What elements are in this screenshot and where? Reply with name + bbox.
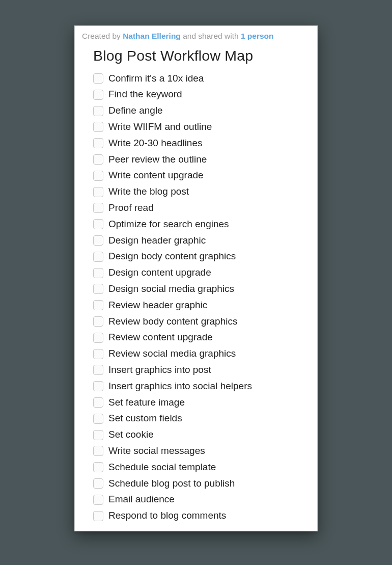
checkbox[interactable]	[93, 333, 103, 343]
checklist-item: Design social media graphics	[93, 281, 307, 298]
checklist-item: Schedule social template	[93, 459, 307, 475]
checklist-item: Define angle	[93, 103, 307, 119]
checklist-item: Write content upgrade	[93, 168, 307, 184]
checklist-item-label[interactable]: Peer review the outline	[108, 154, 207, 166]
checklist-item-label[interactable]: Proof read	[108, 202, 154, 214]
checklist-item-label[interactable]: Optimize for search engines	[108, 219, 229, 230]
checklist-item-label[interactable]: Design body content graphics	[108, 251, 236, 262]
checklist-item: Review social media graphics	[93, 346, 307, 362]
checklist-item-label[interactable]: Email audience	[108, 494, 175, 505]
checkbox[interactable]	[93, 397, 103, 408]
checklist-item-label[interactable]: Review header graphic	[108, 300, 207, 311]
sharing-meta: Created by Nathan Ellering and shared wi…	[75, 26, 317, 44]
checklist-item: Confirm it's a 10x idea	[93, 70, 307, 87]
checklist-item: Set custom fields	[93, 411, 307, 427]
checkbox[interactable]	[93, 365, 103, 375]
checklist-item: Insert graphics into post	[93, 362, 307, 378]
checklist-item-label[interactable]: Respond to blog comments	[108, 510, 226, 522]
note-title[interactable]: Blog Post Workflow Map	[75, 44, 317, 69]
checklist-item: Respond to blog comments	[93, 508, 307, 524]
checklist-item: Set cookie	[93, 427, 307, 443]
checkbox[interactable]	[93, 171, 103, 181]
checklist-item-label[interactable]: Schedule social template	[108, 462, 216, 473]
checklist-item-label[interactable]: Define angle	[108, 105, 163, 117]
checklist-item: Peer review the outline	[93, 151, 307, 168]
checklist-item-label[interactable]: Find the keyword	[108, 89, 182, 100]
checkbox[interactable]	[93, 90, 103, 100]
meta-middle: and shared with	[181, 32, 241, 40]
checkbox[interactable]	[93, 252, 103, 262]
checklist-item: Review content upgrade	[93, 330, 307, 346]
checkbox[interactable]	[93, 106, 103, 116]
checklist-item: Insert graphics into social helpers	[93, 378, 307, 394]
checkbox[interactable]	[93, 187, 103, 197]
checkbox[interactable]	[93, 300, 103, 310]
checklist-item: Write WIIFM and outline	[93, 119, 307, 136]
checkbox[interactable]	[93, 511, 103, 521]
checkbox[interactable]	[93, 154, 103, 165]
checklist-item-label[interactable]: Set custom fields	[108, 413, 182, 424]
checkbox[interactable]	[93, 219, 103, 229]
checklist-item: Write the blog post	[93, 184, 307, 200]
checklist-item-label[interactable]: Design social media graphics	[108, 283, 234, 295]
checkbox[interactable]	[93, 414, 103, 424]
checklist-item: Design body content graphics	[93, 249, 307, 265]
note-card: Created by Nathan Ellering and shared wi…	[74, 25, 318, 531]
checklist-item: Schedule blog post to publish	[93, 475, 307, 492]
checklist-item: Email audience	[93, 492, 307, 508]
checklist-item-label[interactable]: Review body content graphics	[108, 316, 237, 328]
checklist-item: Set feature image	[93, 394, 307, 411]
checkbox[interactable]	[93, 235, 103, 246]
checklist-item-label[interactable]: Schedule blog post to publish	[108, 478, 235, 490]
checkbox[interactable]	[93, 430, 103, 440]
checklist-item-label[interactable]: Set feature image	[108, 397, 185, 409]
checklist-item-label[interactable]: Write 20-30 headlines	[108, 138, 202, 149]
checkbox[interactable]	[93, 446, 103, 456]
checkbox[interactable]	[93, 73, 103, 84]
checkbox[interactable]	[93, 268, 103, 278]
checklist-item-label[interactable]: Design header graphic	[108, 235, 206, 247]
checklist-item: Find the keyword	[93, 87, 307, 103]
checkbox[interactable]	[93, 462, 103, 472]
checkbox[interactable]	[93, 381, 103, 391]
checklist: Confirm it's a 10x ideaFind the keywordD…	[75, 69, 317, 524]
checklist-item-label[interactable]: Set cookie	[108, 429, 154, 441]
checkbox[interactable]	[93, 495, 103, 505]
checkbox[interactable]	[93, 349, 103, 359]
checklist-item: Review header graphic	[93, 297, 307, 313]
checkbox[interactable]	[93, 203, 103, 213]
checkbox[interactable]	[93, 284, 103, 294]
meta-prefix: Created by	[82, 32, 123, 40]
checklist-item: Write 20-30 headlines	[93, 135, 307, 151]
checklist-item: Write social messages	[93, 443, 307, 459]
checkbox[interactable]	[93, 316, 103, 327]
checklist-item-label[interactable]: Confirm it's a 10x idea	[108, 73, 204, 85]
checklist-item-label[interactable]: Design content upgrade	[108, 267, 211, 279]
checklist-item: Proof read	[93, 200, 307, 217]
checklist-item-label[interactable]: Review social media graphics	[108, 348, 236, 360]
checklist-item-label[interactable]: Review content upgrade	[108, 332, 213, 343]
checkbox[interactable]	[93, 478, 103, 489]
checkbox[interactable]	[93, 122, 103, 132]
checklist-item: Optimize for search engines	[93, 216, 307, 232]
shared-with-link[interactable]: 1 person	[241, 32, 274, 40]
checklist-item-label[interactable]: Write WIIFM and outline	[108, 121, 212, 133]
checklist-item: Review body content graphics	[93, 313, 307, 330]
checklist-item-label[interactable]: Write social messages	[108, 445, 205, 457]
checkbox[interactable]	[93, 138, 103, 148]
checklist-item-label[interactable]: Insert graphics into post	[108, 364, 211, 376]
checklist-item-label[interactable]: Write the blog post	[108, 186, 189, 198]
checklist-item: Design content upgrade	[93, 265, 307, 281]
author-link[interactable]: Nathan Ellering	[123, 32, 181, 40]
checklist-item-label[interactable]: Write content upgrade	[108, 170, 204, 181]
checklist-item: Design header graphic	[93, 232, 307, 249]
checklist-item-label[interactable]: Insert graphics into social helpers	[108, 381, 252, 392]
